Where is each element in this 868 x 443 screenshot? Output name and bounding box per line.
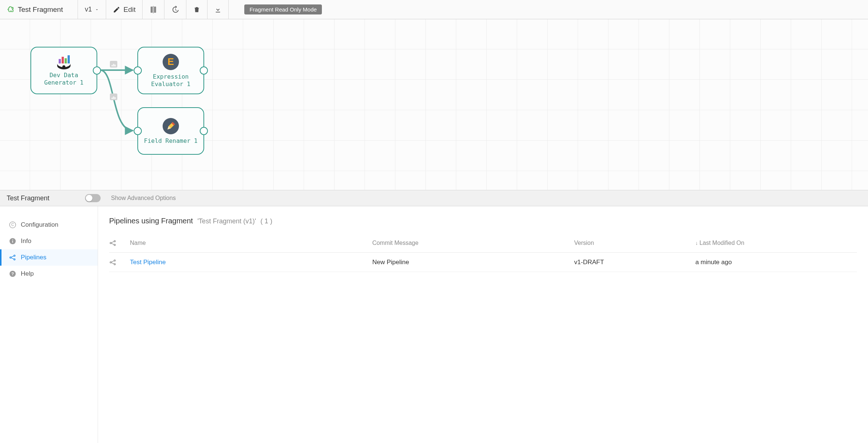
- nav-label: Help: [21, 270, 34, 278]
- nav-info[interactable]: Info: [0, 233, 98, 249]
- node-label: Dev DataGenerator 1: [44, 72, 84, 86]
- content-header: Pipelines using Fragment 'Test Fragment …: [109, 217, 857, 225]
- svg-point-22: [114, 260, 115, 261]
- version-selector[interactable]: v1: [78, 0, 106, 19]
- col-name[interactable]: Name: [130, 240, 372, 246]
- fragment-title-group[interactable]: Test Fragment: [0, 0, 78, 19]
- node-label: Field Renamer 1: [144, 137, 198, 145]
- field-renamer-icon: [162, 117, 180, 135]
- dev-data-generator-icon: [53, 55, 74, 69]
- edit-button[interactable]: Edit: [106, 0, 143, 19]
- download-button[interactable]: [208, 0, 229, 19]
- content-panel: Pipelines using Fragment 'Test Fragment …: [98, 206, 868, 443]
- table-header: Name Commit Message Version ↓Last Modifi…: [109, 233, 857, 253]
- svg-point-19: [114, 240, 115, 242]
- readonly-badge-wrap: Fragment Read Only Mode: [229, 0, 329, 19]
- svg-point-20: [114, 244, 115, 246]
- output-port[interactable]: [200, 66, 208, 75]
- pipeline-icon: [109, 239, 130, 247]
- svg-text:C: C: [11, 223, 14, 227]
- version-label: v1: [85, 6, 92, 13]
- side-nav: C Configuration Info Pipelines ? Help: [0, 206, 98, 443]
- node-field-renamer[interactable]: Field Renamer 1: [137, 107, 204, 155]
- lower-panel: C Configuration Info Pipelines ? Help Pi…: [0, 206, 868, 443]
- svg-point-21: [110, 262, 111, 263]
- panel-sub-count: ( 1 ): [261, 217, 273, 225]
- svg-point-15: [14, 259, 15, 260]
- trash-icon: [193, 6, 200, 13]
- table-row[interactable]: Test Pipeline New Pipeline v1-DRAFT a mi…: [109, 253, 857, 272]
- row-version: v1-DRAFT: [574, 259, 695, 266]
- config-strip: Test Fragment Show Advanced Options: [0, 190, 868, 206]
- panel-sub-name: 'Test Fragment (v1)': [198, 217, 256, 225]
- node-label: ExpressionEvaluator 1: [151, 73, 190, 88]
- fragment-title: Test Fragment: [18, 6, 71, 14]
- svg-rect-12: [12, 239, 13, 240]
- svg-point-18: [110, 242, 111, 244]
- svg-point-23: [114, 263, 115, 265]
- input-port[interactable]: [134, 127, 142, 135]
- pipeline-canvas[interactable]: Dev DataGenerator 1 E ExpressionEvaluato…: [0, 19, 868, 190]
- svg-rect-1: [62, 57, 64, 63]
- node-dev-data-generator[interactable]: Dev DataGenerator 1: [30, 47, 97, 94]
- download-icon: [214, 6, 222, 13]
- col-modified[interactable]: ↓Last Modified On: [695, 240, 857, 246]
- svg-point-13: [10, 257, 11, 258]
- panel-heading: Pipelines using Fragment: [109, 217, 193, 225]
- col-version[interactable]: Version: [574, 240, 695, 246]
- puzzle-icon: [7, 6, 15, 14]
- pencil-icon: [113, 6, 120, 13]
- nav-label: Pipelines: [21, 254, 46, 261]
- nav-configuration[interactable]: C Configuration: [0, 217, 98, 233]
- edges: [0, 19, 868, 190]
- svg-rect-3: [68, 55, 70, 63]
- pipeline-icon: [9, 254, 16, 261]
- info-icon: [9, 237, 16, 245]
- input-port[interactable]: [134, 66, 142, 75]
- delete-button[interactable]: [186, 0, 208, 19]
- pipeline-icon: [109, 259, 130, 266]
- node-expression-evaluator[interactable]: E ExpressionEvaluator 1: [137, 47, 204, 94]
- history-button[interactable]: [164, 0, 186, 19]
- stream-metrics-icon[interactable]: [110, 93, 117, 100]
- config-title: Test Fragment: [7, 194, 49, 202]
- svg-rect-2: [65, 58, 67, 63]
- circle-c-icon: C: [9, 221, 16, 229]
- output-port[interactable]: [200, 127, 208, 135]
- nav-help[interactable]: ? Help: [0, 266, 98, 282]
- pipelines-table: Name Commit Message Version ↓Last Modifi…: [109, 233, 857, 272]
- history-icon: [171, 6, 179, 14]
- nav-label: Info: [21, 237, 31, 245]
- compare-button[interactable]: [143, 0, 164, 19]
- svg-point-14: [14, 255, 15, 256]
- readonly-badge: Fragment Read Only Mode: [244, 4, 322, 14]
- row-commit: New Pipeline: [372, 259, 574, 266]
- advanced-label: Show Advanced Options: [111, 195, 176, 201]
- nav-label: Configuration: [21, 221, 58, 229]
- help-icon: ?: [9, 270, 16, 278]
- stream-metrics-icon[interactable]: [110, 61, 117, 68]
- expression-evaluator-icon: E: [162, 53, 180, 71]
- svg-text:E: E: [167, 56, 174, 67]
- col-commit[interactable]: Commit Message: [372, 240, 574, 246]
- svg-rect-11: [12, 240, 13, 243]
- advanced-toggle[interactable]: [85, 194, 101, 202]
- svg-rect-0: [59, 59, 61, 63]
- edit-label: Edit: [123, 6, 136, 14]
- row-modified: a minute ago: [695, 259, 857, 266]
- compare-icon: [149, 6, 157, 14]
- nav-pipelines[interactable]: Pipelines: [0, 249, 98, 266]
- sort-desc-icon: ↓: [695, 240, 698, 246]
- row-name[interactable]: Test Pipeline: [130, 259, 372, 266]
- output-port[interactable]: [93, 66, 101, 75]
- toolbar: Test Fragment v1 Edit Fragment Read Only…: [0, 0, 868, 19]
- chevron-down-icon: [95, 7, 99, 12]
- svg-text:?: ?: [12, 272, 14, 276]
